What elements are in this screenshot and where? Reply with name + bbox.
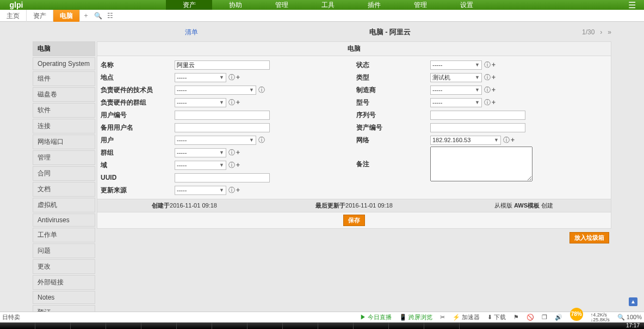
taskbar-item[interactable] — [71, 322, 106, 329]
taskbar-item[interactable] — [424, 322, 460, 329]
sidebar-item-management[interactable]: 管理 — [33, 150, 95, 165]
taskbar-item[interactable] — [389, 322, 424, 329]
add-icon[interactable]: + — [492, 86, 496, 94]
sidebar-item-contracts[interactable]: 合同 — [33, 166, 95, 181]
info-icon[interactable]: ⓘ — [228, 73, 235, 82]
topnav-assist[interactable]: 协助 — [212, 0, 258, 10]
model-select[interactable]: -----▼ — [430, 98, 482, 107]
topnav-plugins[interactable]: 插件 — [351, 0, 397, 10]
list-icon[interactable]: ☷ — [104, 12, 116, 20]
add-icon[interactable]: ＋ — [80, 11, 92, 20]
add-icon[interactable]: + — [236, 186, 240, 194]
status-live[interactable]: 今日直播 — [368, 314, 392, 320]
location-select[interactable]: -----▼ — [175, 73, 226, 82]
sidebar-item-documents[interactable]: 文档 — [33, 182, 95, 197]
remark-textarea[interactable] — [430, 147, 532, 181]
taskbar-item[interactable] — [177, 322, 212, 329]
info-icon[interactable]: ⓘ — [484, 98, 491, 107]
add-icon[interactable]: + — [511, 136, 515, 144]
taskbar-item[interactable] — [141, 322, 177, 329]
user-select[interactable]: -----▼ — [175, 136, 256, 145]
sidebar-item-antiviruses[interactable]: Antiviruses — [33, 214, 95, 227]
topnav-settings[interactable]: 设置 — [443, 0, 490, 10]
trash-button[interactable]: 放入垃圾箱 — [569, 232, 609, 243]
pager-last-icon[interactable]: » — [608, 28, 611, 36]
sound-icon[interactable]: 🔊 — [555, 314, 562, 321]
altuser-input[interactable] — [175, 123, 270, 132]
add-icon[interactable]: + — [492, 74, 496, 81]
taskbar-item[interactable] — [212, 322, 247, 329]
info-icon[interactable]: ⓘ — [484, 73, 491, 82]
add-icon[interactable]: + — [236, 161, 240, 169]
info-icon[interactable]: ⓘ — [484, 86, 491, 95]
uuid-input[interactable] — [175, 173, 270, 182]
save-button[interactable]: 保存 — [343, 215, 365, 226]
sidebar-item-connections[interactable]: 连接 — [33, 119, 95, 133]
sidebar-item-notes[interactable]: Notes — [33, 291, 95, 304]
info-icon[interactable]: ⓘ — [258, 86, 265, 95]
techuser-select[interactable]: -----▼ — [175, 86, 256, 95]
status-accel[interactable]: 加速器 — [462, 314, 480, 320]
copy-icon[interactable]: ❐ — [542, 314, 547, 321]
maker-select[interactable]: -----▼ — [430, 86, 482, 95]
info-icon[interactable]: ⓘ — [484, 60, 491, 70]
type-select[interactable]: 测试机▼ — [430, 73, 482, 82]
updatesrc-select[interactable]: -----▼ — [175, 186, 226, 195]
hamburger-icon[interactable]: ☰ — [628, 0, 636, 10]
zoom-level[interactable]: 100% — [627, 314, 642, 320]
status-download[interactable]: 下载 — [494, 314, 506, 320]
taskbar-item[interactable] — [354, 322, 389, 329]
network-select[interactable]: 182.92.160.53▼ — [430, 136, 501, 145]
info-icon[interactable]: ⓘ — [228, 98, 235, 107]
add-icon[interactable]: + — [492, 61, 496, 69]
flag-icon[interactable]: ⚑ — [513, 314, 519, 321]
sidebar-item-problems[interactable]: 问题 — [33, 243, 95, 258]
info-icon[interactable]: ⓘ — [228, 161, 235, 170]
sidebar-item-tickets[interactable]: 工作单 — [33, 228, 95, 242]
back-to-top-icon[interactable]: ▲ — [629, 297, 637, 306]
sidebar-item-os[interactable]: Operating System — [33, 57, 95, 70]
info-icon[interactable]: ⓘ — [258, 136, 265, 145]
topnav-tools[interactable]: 工具 — [305, 0, 351, 10]
taskbar-item[interactable] — [106, 322, 141, 329]
sidebar-item-software[interactable]: 软件 — [33, 103, 95, 118]
topnav-assets[interactable]: 资产 — [166, 0, 212, 10]
sidebar-item-netports[interactable]: 网络端口 — [33, 135, 95, 149]
crumb-assets[interactable]: 资产 — [27, 10, 53, 22]
add-icon[interactable]: + — [236, 99, 240, 106]
topnav-manage1[interactable]: 管理 — [258, 0, 305, 10]
taskbar-item[interactable] — [0, 322, 35, 329]
list-link[interactable]: 清单 — [185, 28, 198, 37]
taskbar-item[interactable] — [318, 322, 354, 329]
name-input[interactable] — [175, 60, 270, 70]
assetnum-input[interactable] — [430, 123, 525, 132]
block-icon[interactable]: 🚫 — [527, 314, 534, 321]
add-icon[interactable]: + — [236, 149, 240, 156]
status-browser[interactable]: 跨屏浏览 — [408, 314, 432, 320]
sidebar-item-changes[interactable]: 更改 — [33, 259, 95, 274]
sidebar-item-volumes[interactable]: 磁盘卷 — [33, 87, 95, 102]
search-icon[interactable]: 🔍 — [92, 12, 104, 20]
group-select[interactable]: -----▼ — [175, 148, 226, 157]
info-icon[interactable]: ⓘ — [503, 136, 510, 145]
sidebar-item-vms[interactable]: 虚拟机 — [33, 198, 95, 212]
info-icon[interactable]: ⓘ — [228, 186, 235, 195]
domain-select[interactable]: -----▼ — [175, 161, 226, 170]
info-icon[interactable]: ⓘ — [228, 148, 235, 157]
add-icon[interactable]: + — [236, 74, 240, 81]
sidebar-item-components[interactable]: 组件 — [33, 71, 95, 86]
pager-next-icon[interactable]: › — [600, 28, 602, 36]
status-select[interactable]: -----▼ — [430, 60, 482, 70]
crumb-home[interactable]: 主页 — [0, 10, 27, 22]
taskbar-item[interactable] — [35, 322, 71, 329]
sidebar-item-computer[interactable]: 电脑 — [33, 41, 95, 56]
topnav-manage2[interactable]: 管理 — [397, 0, 443, 10]
serial-input[interactable] — [430, 111, 525, 120]
usernum-input[interactable] — [175, 111, 270, 120]
taskbar-item[interactable] — [283, 322, 318, 329]
add-icon[interactable]: + — [492, 99, 496, 106]
taskbar-item[interactable] — [247, 322, 283, 329]
sidebar-item-extlinks[interactable]: 外部链接 — [33, 275, 95, 290]
crumb-computer[interactable]: 电脑 — [53, 10, 80, 22]
net-speed-badge[interactable]: 78% — [570, 308, 583, 321]
